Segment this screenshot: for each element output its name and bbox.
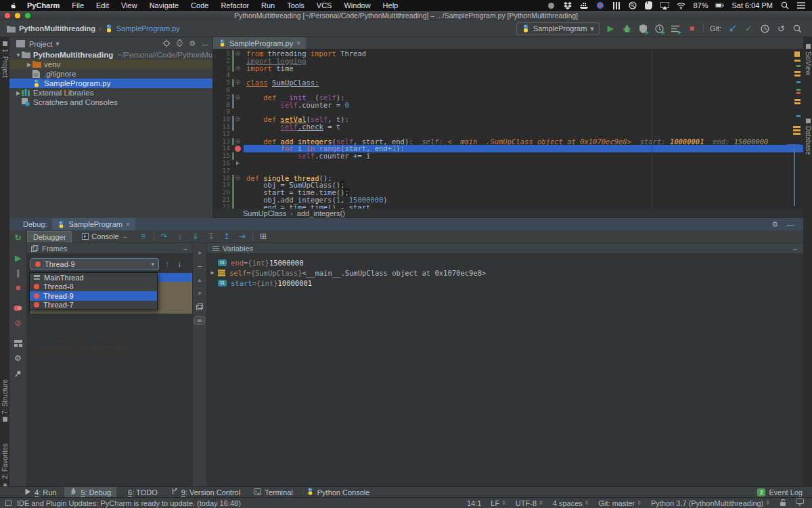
stop-debug-button[interactable]: ■ bbox=[11, 280, 26, 295]
inspections-status-icon[interactable] bbox=[794, 51, 800, 57]
tool-stripe-favorites[interactable]: ★2: Favorites bbox=[1, 444, 9, 489]
lock-icon[interactable] bbox=[780, 499, 786, 507]
tree-row-venv[interactable]: ▶ venv bbox=[9, 60, 212, 69]
gutter-icon-area[interactable] bbox=[234, 102, 244, 109]
airplay-icon[interactable] bbox=[660, 1, 669, 9]
close-tab-icon[interactable]: × bbox=[296, 39, 300, 47]
breadcrumb-class[interactable]: SumUpClass bbox=[243, 209, 286, 217]
fold-icon[interactable] bbox=[235, 80, 240, 85]
remove-watch-button[interactable]: − bbox=[198, 259, 202, 273]
frames-options-icon[interactable]: → bbox=[182, 245, 188, 252]
variable-row-self[interactable]: ▶self = {SumUpClass} <__main__.SumUpClas… bbox=[207, 268, 803, 278]
gutter-icon-area[interactable] bbox=[234, 123, 244, 131]
event-log-button[interactable]: 2 Event Log bbox=[757, 488, 812, 496]
tool-stripe-sciview[interactable]: SciView bbox=[805, 44, 812, 75]
toolwindow-button-6-todo[interactable]: 6: TODO bbox=[119, 487, 163, 498]
thread-option-thread-8[interactable]: Thread-8 bbox=[30, 282, 157, 292]
gutter-icon-area[interactable] bbox=[234, 79, 244, 87]
menu-item-navigate[interactable]: Navigate bbox=[143, 1, 185, 9]
breadcrumb-method[interactable]: add_integers() bbox=[297, 209, 345, 217]
gutter-icon-area[interactable] bbox=[234, 108, 244, 116]
variable-row-end[interactable]: 01end = {int} 15000000 bbox=[207, 257, 803, 268]
menu-item-pycharm[interactable]: PyCharm bbox=[21, 1, 66, 9]
stop-button[interactable]: ■ bbox=[687, 24, 697, 34]
toolwindow-button-4-run[interactable]: 4: Run bbox=[19, 487, 62, 498]
tree-row-sampleprogram[interactable]: SampleProgram.py bbox=[9, 79, 212, 88]
menu-item-window[interactable]: Window bbox=[338, 1, 376, 9]
expand-down-icon[interactable]: ▼ bbox=[15, 52, 22, 58]
breakpoint-icon[interactable] bbox=[235, 146, 241, 152]
gutter-icon-area[interactable] bbox=[234, 189, 244, 196]
code-line-3[interactable]: 3import time bbox=[213, 65, 803, 72]
fold-icon[interactable] bbox=[235, 95, 240, 100]
profiler-button[interactable] bbox=[654, 24, 664, 34]
locate-file-button[interactable] bbox=[162, 39, 171, 49]
editor-error-stripe[interactable] bbox=[786, 50, 803, 209]
gutter-icon-area[interactable] bbox=[234, 175, 244, 182]
code-line-2[interactable]: 2import logging bbox=[213, 58, 803, 65]
tab-console[interactable]: Console → bbox=[76, 231, 133, 242]
status-segment-14-1[interactable]: 14:1 bbox=[467, 499, 481, 507]
breadcrumb-project[interactable]: PythonMultithreading bbox=[19, 24, 95, 33]
frame-bootstrap-label[interactable]: _bootstrap, threading.py:890 bbox=[37, 343, 193, 352]
spotlight-icon[interactable] bbox=[780, 1, 789, 9]
menu-item-file[interactable]: File bbox=[66, 1, 90, 9]
history-button[interactable] bbox=[760, 24, 770, 34]
pause-button[interactable]: ∥ bbox=[11, 266, 26, 280]
menu-item-help[interactable]: Help bbox=[377, 1, 405, 9]
rerun-button[interactable]: ↻ bbox=[11, 230, 26, 245]
run-configuration-select[interactable]: SampleProgram ▾ bbox=[516, 22, 600, 35]
gutter-icon-area[interactable] bbox=[234, 160, 244, 167]
menu-item-run[interactable]: Run bbox=[255, 1, 281, 9]
tab-debugger[interactable]: Debugger bbox=[27, 231, 72, 242]
code-line-8[interactable]: 8 self.counter = 0 bbox=[213, 102, 803, 109]
gutter-icon-area[interactable] bbox=[234, 116, 244, 123]
menu-item-refactor[interactable]: Refactor bbox=[215, 1, 255, 9]
frame-row-selected-fragment[interactable] bbox=[157, 273, 192, 282]
previous-frame-button[interactable]: ↑ bbox=[165, 259, 169, 269]
window-titlebar[interactable]: PythonMultithreading [~/Personal/Code/Py… bbox=[0, 11, 812, 20]
view-breakpoints-button[interactable] bbox=[11, 301, 26, 316]
gutter-icon-area[interactable] bbox=[234, 65, 244, 72]
evaluate-expression-icon[interactable]: ⊞ bbox=[258, 232, 269, 241]
run-to-cursor-icon[interactable]: ⇥ bbox=[237, 232, 248, 241]
add-watch-button[interactable]: + bbox=[198, 246, 202, 259]
expand-right-icon[interactable]: ▶ bbox=[207, 270, 218, 276]
gutter-icon-area[interactable] bbox=[234, 50, 244, 58]
debug-settings-icon[interactable]: ⚙ bbox=[771, 220, 778, 229]
pin-output-icon[interactable]: → bbox=[122, 233, 128, 240]
collapse-all-button[interactable] bbox=[176, 39, 183, 48]
toolwindow-toggle-icon[interactable] bbox=[5, 501, 12, 506]
debug-settings-button[interactable]: ⚙ bbox=[11, 351, 26, 366]
tree-row-root[interactable]: ▼ PythonMultithreading ~/Personal/Code/P… bbox=[9, 50, 212, 60]
evernote-icon[interactable] bbox=[644, 1, 653, 9]
coverage-button[interactable] bbox=[638, 24, 648, 34]
restore-layout-button[interactable] bbox=[11, 336, 26, 351]
code-line-11[interactable]: 11 self.check = t bbox=[213, 123, 803, 131]
lens-icon[interactable] bbox=[628, 1, 637, 9]
fold-icon[interactable] bbox=[235, 139, 240, 144]
move-up-icon[interactable]: ▲ bbox=[197, 273, 202, 287]
step-over-icon[interactable]: ↷ bbox=[159, 232, 170, 241]
force-step-into-icon[interactable]: ⇓ bbox=[190, 232, 201, 241]
status-segment-utf-8[interactable]: UTF-8⇕ bbox=[516, 499, 543, 507]
menu-item-vcs[interactable]: VCS bbox=[311, 1, 338, 9]
indexing-monitor-icon[interactable] bbox=[796, 499, 804, 507]
gutter-icon-area[interactable] bbox=[234, 196, 244, 204]
resume-button[interactable]: ▶ bbox=[11, 251, 26, 266]
run-button[interactable]: ▶ bbox=[606, 24, 616, 34]
siri-icon[interactable] bbox=[547, 1, 556, 9]
gutter-icon-area[interactable] bbox=[234, 87, 244, 94]
expand-right-icon[interactable]: ▶ bbox=[15, 90, 22, 96]
tree-row-gitignore[interactable]: .gitignore bbox=[9, 69, 212, 79]
apple-icon[interactable] bbox=[9, 2, 17, 9]
wifi-icon[interactable] bbox=[677, 1, 685, 9]
git-update-button[interactable] bbox=[727, 24, 738, 34]
security-shield-icon[interactable] bbox=[595, 1, 604, 9]
project-view-chevron-icon[interactable]: ▾ bbox=[55, 39, 60, 48]
fold-icon[interactable] bbox=[235, 66, 240, 70]
project-view-title[interactable]: Project bbox=[29, 40, 52, 48]
menu-item-edit[interactable]: Edit bbox=[90, 1, 115, 9]
toolwindow-button-5-debug[interactable]: 5: Debug bbox=[64, 487, 116, 498]
menu-item-tools[interactable]: Tools bbox=[281, 1, 311, 9]
